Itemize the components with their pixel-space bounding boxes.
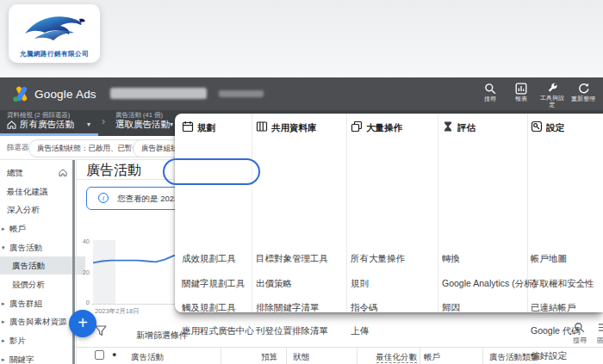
home-icon <box>7 120 16 129</box>
tools-settings-button[interactable]: 工具與設定 <box>538 83 567 108</box>
menu-item-attribution[interactable]: 歸因 <box>442 302 460 313</box>
refresh-button[interactable]: 重新整理 <box>569 83 598 108</box>
measurement-icon <box>442 120 454 133</box>
reports-button-label: 報表 <box>515 96 527 102</box>
menu-item-audience-manager[interactable]: 目標對象管理工具 <box>256 253 328 264</box>
search-icon <box>484 83 496 95</box>
shared-library-icon <box>256 120 268 133</box>
chevron-right-icon: ▸ <box>2 312 5 330</box>
sidebar-item-label: 廣告活動 <box>9 243 42 252</box>
trend-line-chart <box>93 238 183 306</box>
sidebar-item-videos[interactable]: ▸ 影片 <box>0 331 83 349</box>
segments-icon[interactable] <box>598 322 603 333</box>
table-segment-label[interactable]: 區隔 <box>595 336 603 345</box>
menu-item-reach-planner[interactable]: 觸及規劃工具 <box>182 302 236 313</box>
add-filter-button[interactable]: 新增篩選條件 <box>136 330 188 342</box>
menu-item-rules[interactable]: 規則 <box>351 278 369 289</box>
funnel-icon <box>95 325 107 336</box>
column-header-optimization-score[interactable]: 最佳化分數 <box>362 352 417 363</box>
menu-item-app-ads-hub[interactable]: 應用程式廣告中心 <box>182 325 254 336</box>
menu-item-uploads[interactable]: 上傳 <box>351 325 369 336</box>
brand-card: 允騰網路行銷有限公司 <box>9 4 100 63</box>
filters-label: 篩選器 <box>7 143 29 153</box>
select-all-checkbox[interactable] <box>95 350 104 360</box>
column-divider <box>221 348 221 364</box>
menu-item-negative-keyword-lists[interactable]: 排除關鍵字清單 <box>256 302 320 313</box>
column-header-campaign[interactable]: 廣告活動 <box>131 352 164 363</box>
menu-item-all-bulk-actions[interactable]: 所有大量操作 <box>351 253 405 264</box>
menu-column-divider <box>438 114 438 312</box>
sidebar-item-label: 帳戶 <box>9 224 26 233</box>
filter-chip-campaign-status[interactable]: 廣告活動狀態：已啟用、已暫停 <box>28 139 148 157</box>
menu-item-google-tag[interactable]: Google 代碼 <box>531 325 581 336</box>
help-button[interactable] <box>598 83 603 108</box>
menu-item-conversions[interactable]: 轉換 <box>442 253 460 264</box>
new-campaign-fab[interactable]: + <box>69 310 96 337</box>
menu-item-access-security[interactable]: 存取權和安全性 <box>531 278 594 289</box>
chevron-down-icon: ▾ <box>2 238 5 256</box>
menu-item-placement-exclusion-lists[interactable]: 刊登位置排除清單 <box>256 325 328 336</box>
menu-item-google-analytics[interactable]: Google Analytics (分析) <box>442 278 536 289</box>
column-header-account[interactable]: 帳戶 <box>424 352 440 363</box>
breadcrumb-separator-icon: › <box>102 115 105 127</box>
sidebar-item-ad-groups[interactable]: ▸ 廣告群組 <box>0 294 83 312</box>
table-search-label[interactable]: 搜尋 <box>569 336 591 345</box>
eagle-logo-icon <box>22 11 86 47</box>
menu-column-divider <box>346 114 347 312</box>
menu-item-account-map[interactable]: 帳戶地圖 <box>531 253 567 264</box>
sidebar-item-recommendations[interactable]: 最佳化建議 <box>0 182 80 201</box>
google-ads-logo-icon <box>12 85 31 102</box>
y-axis-tick-40: 40 <box>76 238 90 245</box>
caret-down-icon: ▾ <box>170 120 173 128</box>
sidebar-item-campaigns-group[interactable]: ▾ 廣告活動 <box>0 238 83 256</box>
sidebar-item-label: 關鍵字 <box>9 355 34 364</box>
company-name: 允騰網路行銷有限公司 <box>9 50 100 59</box>
reports-button[interactable]: 報表 <box>507 83 536 108</box>
y-axis-tick-0: 0 <box>76 299 90 306</box>
menu-item-keyword-planner[interactable]: 關鍵字規劃工具 <box>182 278 246 289</box>
page-title: 廣告活動 <box>86 162 141 180</box>
sidebar-item-keywords[interactable]: ▸ 關鍵字 <box>0 350 83 364</box>
sidebar-item-label: 廣告群組 <box>9 299 42 308</box>
search-button[interactable]: 搜尋 <box>476 83 505 108</box>
menu-item-linked-accounts[interactable]: 已連結帳戶 <box>531 302 576 313</box>
menu-header-shared-library: 共用資料庫 <box>271 121 317 133</box>
menu-column-divider <box>252 114 252 312</box>
menu-item-bid-strategies[interactable]: 出價策略 <box>256 278 292 289</box>
sidebar-item-label: 廣告活動 <box>12 261 45 270</box>
product-name: Google Ads <box>34 88 96 101</box>
sidebar-item-insights[interactable]: 深入分析 <box>0 201 80 219</box>
reports-icon <box>515 83 527 95</box>
sidebar-item-overview[interactable]: 總覽 <box>0 163 80 182</box>
setup-icon <box>531 120 543 133</box>
sidebar-item-label: 深入分析 <box>7 205 40 214</box>
redacted-account-id <box>219 90 264 97</box>
menu-item-preferences[interactable]: 偏好設定 <box>531 350 567 361</box>
tools-menu: 規劃 成效規劃工具 關鍵字規劃工具 觸及規劃工具 應用程式廣告中心 共用資料庫 … <box>175 114 603 312</box>
menu-header-measurement: 評估 <box>457 121 476 133</box>
planning-icon <box>182 120 194 133</box>
menu-item-performance-planner[interactable]: 成效規劃工具 <box>182 253 236 264</box>
menu-header-planning: 規劃 <box>197 121 215 133</box>
highlight-annotation-circle <box>163 158 260 185</box>
sidebar-item-label: 廣告與素材資源 <box>9 317 67 326</box>
sidebar-item-label: 影片 <box>9 336 26 345</box>
column-header-budget[interactable]: 預算 <box>224 352 277 363</box>
chart-date-label: 2023年2月18日 <box>95 307 140 316</box>
plus-icon: + <box>78 313 88 332</box>
sidebar-item-label: 總覽 <box>7 168 23 177</box>
redacted-account-name <box>110 88 207 99</box>
column-header-label: 最佳化分數 <box>376 352 418 363</box>
menu-item-scripts[interactable]: 指令碼 <box>351 302 378 313</box>
wrench-icon <box>546 83 558 94</box>
column-header-status[interactable]: 狀態 <box>293 352 309 363</box>
column-divider <box>420 348 420 364</box>
sidebar-item-account[interactable]: ▸ 帳戶 <box>0 219 83 238</box>
campaign-scope-selector[interactable]: 選取廣告活動 <box>115 119 170 131</box>
y-axis-tick-20: 20 <box>76 268 90 276</box>
sidebar-item-label: 最佳化建議 <box>7 187 48 196</box>
chevron-right-icon: ▸ <box>2 294 5 312</box>
view-scope-selector[interactable]: 所有廣告活動 <box>20 119 74 131</box>
caret-down-icon: ▾ <box>87 120 90 128</box>
column-divider <box>286 348 287 364</box>
